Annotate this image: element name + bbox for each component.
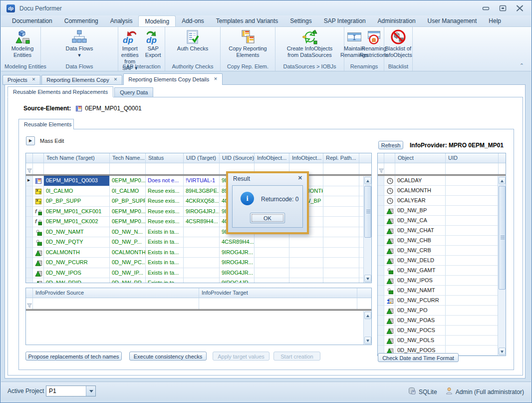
- document-tab[interactable]: Reporting Elements Copy Details ✕: [123, 73, 223, 85]
- cell-object[interactable]: 0CALMONTH: [395, 186, 446, 196]
- cell-repl-path[interactable]: [323, 248, 359, 258]
- cell-uid-target[interactable]: [184, 278, 220, 283]
- cell-status[interactable]: Exists in ta...: [146, 227, 184, 238]
- cell-infoobject-1[interactable]: [255, 237, 289, 248]
- cell-tech-name-source[interactable]: 0D_NW_N...: [110, 227, 146, 238]
- column-header[interactable]: UID (Source): [220, 153, 255, 163]
- menu-tab[interactable]: Templates and Variants: [210, 15, 284, 26]
- cell-uid[interactable]: [446, 226, 499, 236]
- table-row[interactable]: 0D_NW_PCURR 0D_NW_PC... Exists in ta... …: [26, 258, 371, 268]
- grid-filter-row[interactable]: [26, 163, 371, 176]
- cell-status[interactable]: Does not e...: [146, 176, 184, 186]
- cell-object[interactable]: 0D_NW_POCS: [395, 326, 446, 336]
- action-button[interactable]: Apply target values: [213, 352, 269, 361]
- cell-uid[interactable]: [446, 196, 499, 206]
- table-row[interactable]: 0D_NW_GAMT: [378, 266, 506, 276]
- check-date-time-button[interactable]: Check Date and Time Format: [378, 353, 459, 362]
- table-row[interactable]: 0D_NW_CA: [378, 216, 506, 226]
- cell-infoobject-2[interactable]: [289, 237, 323, 248]
- cell-repl-path[interactable]: [323, 207, 359, 217]
- cell-uid-target[interactable]: [184, 268, 220, 279]
- table-row[interactable]: 0D_NW_NAMT: [378, 286, 506, 296]
- menu-tab[interactable]: Analysis: [104, 15, 139, 26]
- cell-tech-name-target[interactable]: 0EPM_MP01_CKF001: [44, 207, 110, 217]
- cell-repl-path[interactable]: [323, 196, 359, 207]
- table-row[interactable]: f 0EPM_MP01_CKF001 0EPM_MP0... Reuse exi…: [26, 207, 371, 217]
- cell-infoobject-1[interactable]: [255, 248, 289, 258]
- cell-uid-target[interactable]: [184, 248, 220, 258]
- column-header[interactable]: Object: [395, 153, 446, 163]
- cell-uid[interactable]: [446, 186, 499, 196]
- scroll-thumb[interactable]: [364, 186, 371, 238]
- cell-uid-target[interactable]: [184, 227, 220, 238]
- cell-object[interactable]: 0D_NW_CRB: [395, 246, 446, 256]
- cell-tech-name-target[interactable]: 0D_NW_PCURR: [44, 258, 110, 268]
- table-row[interactable]: f 0EPM_MP01_CK002 0EPM_MP0... Reuse exis…: [26, 217, 371, 227]
- menu-tab[interactable]: Documentation: [6, 15, 58, 26]
- cell-uid[interactable]: [446, 276, 499, 286]
- close-icon[interactable]: ✕: [114, 77, 118, 84]
- table-row[interactable]: X? 0P_BP_SUPP 0P_BP_SUPP Reuse exis... 4…: [26, 196, 371, 207]
- cell-status[interactable]: Exists in ta...: [146, 248, 184, 258]
- cell-object[interactable]: 0D_NW_CHAT: [395, 226, 446, 236]
- document-tab[interactable]: Reporting Elements Copy ✕: [41, 75, 122, 85]
- document-tab[interactable]: Projects ✕: [2, 75, 40, 85]
- cell-infoobject-1[interactable]: [255, 278, 289, 283]
- cell-infoobject-2[interactable]: [289, 278, 323, 283]
- cell-object[interactable]: 0D_NW_GAMT: [395, 266, 446, 276]
- table-row[interactable]: 0D_NW_CHAT: [378, 226, 506, 236]
- cell-object[interactable]: 0D_NW_POAS: [395, 316, 446, 326]
- column-header[interactable]: InfoProvider Source: [33, 288, 199, 298]
- cell-uid[interactable]: [446, 326, 499, 336]
- column-header[interactable]: InfoProvider Target: [199, 288, 357, 298]
- action-button[interactable]: Start creation: [273, 352, 320, 361]
- table-row[interactable]: 0D_NW_IPOS 0D_NW_IP... Exists in ta... 9…: [26, 268, 371, 279]
- cell-tech-name-target[interactable]: 0I_CALMO: [44, 186, 110, 197]
- cell-tech-name-source[interactable]: 0D_NW_P...: [110, 237, 146, 248]
- cell-infoobject-2[interactable]: [289, 248, 323, 258]
- scroll-up-icon[interactable]: [364, 312, 371, 319]
- ribbon-button[interactable]: Blacklist of InfoObjects: [384, 27, 412, 63]
- close-icon[interactable]: [516, 4, 524, 12]
- table-row[interactable]: 0D_NW_CRB: [378, 246, 506, 256]
- cell-uid-source[interactable]: 4CSR89H4...: [220, 237, 255, 248]
- table-row[interactable]: X? 0I_CALMO 0I_CALMO Reuse exis... 89HL3…: [26, 186, 371, 197]
- ok-button[interactable]: OK: [250, 213, 285, 223]
- cell-tech-name-source[interactable]: 0D_NW_PR...: [110, 278, 146, 283]
- cell-object[interactable]: 0CALYEAR: [395, 196, 446, 206]
- ribbon-collapse-icon[interactable]: ⌃: [520, 62, 524, 69]
- cell-repl-path[interactable]: [323, 268, 359, 279]
- cell-tech-name-target[interactable]: 0D_NW_PQTY: [44, 237, 110, 248]
- restore-button[interactable]: [499, 4, 507, 12]
- cell-uid-source[interactable]: 9IROG4JR...: [220, 268, 255, 279]
- menu-tab[interactable]: Administration: [372, 15, 422, 26]
- table-row[interactable]: 0EPM_MP01_Q0003 0EPM_MP0... Does not e..…: [26, 176, 371, 186]
- cell-repl-path[interactable]: [323, 217, 359, 227]
- column-header[interactable]: Tech Name...: [110, 153, 146, 163]
- cell-tech-name-source[interactable]: 0P_BP_SUPP: [110, 196, 146, 207]
- cell-tech-name-target[interactable]: 0D_NW_NAMT: [44, 227, 110, 238]
- table-row[interactable]: 0D_NW_PO: [378, 306, 506, 316]
- column-header[interactable]: InfoObject...: [255, 153, 289, 163]
- ribbon-button[interactable]: Data Flows ▾: [41, 27, 118, 63]
- cell-uid[interactable]: [446, 306, 499, 316]
- cell-object[interactable]: 0D_NW_IPOS: [395, 276, 446, 286]
- scroll-down-icon[interactable]: [499, 348, 506, 355]
- cell-uid-target[interactable]: !VIRTUAL-1: [184, 176, 220, 186]
- close-icon[interactable]: ✕: [32, 77, 36, 84]
- column-header[interactable]: InfoObject...: [289, 153, 323, 163]
- table-row[interactable]: 0D_NW_POLS: [378, 336, 506, 346]
- cell-status[interactable]: Reuse exis...: [146, 217, 184, 227]
- cell-tech-name-target[interactable]: 0EPM_MP01_CK002: [44, 217, 110, 227]
- cell-object[interactable]: 0D_NW_CHB: [395, 236, 446, 246]
- ribbon-button[interactable]: Copy Reporting Elements: [221, 27, 275, 63]
- cell-repl-path[interactable]: [323, 258, 359, 268]
- cell-uid-source[interactable]: 9IROG4JR...: [220, 258, 255, 268]
- table-row[interactable]: 0CALMONTH 0CALMONTH Exists in ta... 9IRO…: [26, 248, 371, 258]
- cell-object[interactable]: 0CALDAY: [395, 176, 446, 186]
- active-project-combobox[interactable]: P1: [46, 386, 96, 397]
- table-row[interactable]: 0D_NW_IPOS: [378, 276, 506, 286]
- cell-repl-path[interactable]: [323, 176, 359, 186]
- grid-filter-row[interactable]: [378, 163, 506, 176]
- menu-tab[interactable]: Commenting: [58, 15, 104, 26]
